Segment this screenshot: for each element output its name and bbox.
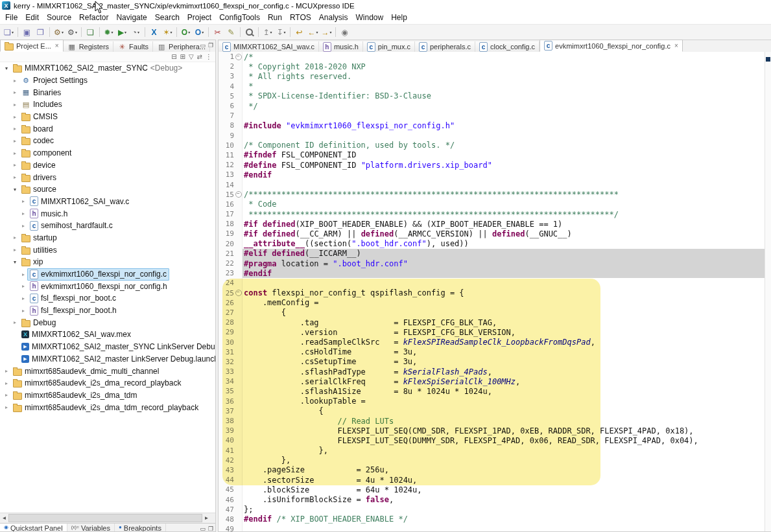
code-line[interactable]: 12#define FSL_COMPONENT_ID "platform.dri…	[219, 160, 765, 170]
tree-item[interactable]: ▸▦Binaries	[0, 86, 215, 98]
run-button[interactable]: ▶	[115, 26, 129, 39]
code-line[interactable]: 14	[219, 179, 765, 189]
tree-item[interactable]: ▸Debug	[0, 316, 215, 329]
tree-item-row[interactable]: utilities	[19, 244, 60, 256]
chevron-right-icon[interactable]: ▸	[11, 138, 19, 144]
back-button[interactable]: ←	[306, 26, 320, 39]
tree-item-row[interactable]: mimxrt685audevk_dmic_multi_channel	[10, 365, 161, 377]
restart-button[interactable]: O	[193, 26, 206, 39]
code-line[interactable]: 25−const flexspi_nor_config_t qspiflash_…	[219, 288, 765, 298]
menu-run[interactable]: Run	[264, 12, 286, 23]
chevron-right-icon[interactable]: ▸	[19, 272, 27, 277]
filter-icon[interactable]: ▽	[189, 53, 194, 60]
bottom-tab-variables[interactable]: (x)=Variables	[67, 524, 115, 531]
menu-window[interactable]: Window	[352, 12, 388, 23]
tree-item-row[interactable]: XMIMXRT1062_SAI_wav.mex	[19, 329, 134, 340]
code-line[interactable]: 42 },	[219, 456, 765, 465]
code-line[interactable]: 47};	[219, 505, 765, 515]
chevron-down-icon[interactable]: ▾	[11, 187, 19, 192]
code-line[interactable]: 6 */	[219, 101, 765, 111]
code-line[interactable]: 40 FLEXSPI_LUT_SEQ(DUMMY_SDR, FLEXSPI_4P…	[219, 435, 765, 445]
code-line[interactable]: 28 .tag = FLEXSPI_CFG_BLK_TAG,	[219, 318, 765, 327]
expand-all-icon[interactable]: ⊞	[180, 53, 185, 60]
chevron-right-icon[interactable]: ▸	[11, 247, 19, 253]
menu-file[interactable]: File	[1, 12, 21, 23]
chevron-down-icon[interactable]: ▾	[3, 65, 10, 71]
chevron-right-icon[interactable]: ▸	[11, 102, 19, 108]
tree-item-row[interactable]: mimxrt685audevk_i2s_dma_tdm_record_playb…	[10, 402, 201, 413]
tree-item[interactable]: ▸hfsl_flexspi_nor_boot.h	[0, 305, 215, 317]
code-line[interactable]: 27 {	[219, 308, 765, 318]
tree-item-row[interactable]: ▶MIMXRT1062_SAI2_master LinkServer Debug…	[19, 353, 215, 365]
code-line[interactable]: 7	[219, 111, 765, 121]
editor-tab-evkmimxrt1060-flexspi-nor-config-c[interactable]: cevkmimxrt1060_flexspi_nor_config.c×	[540, 40, 683, 52]
forward-button[interactable]: →	[320, 26, 333, 39]
chevron-right-icon[interactable]: ▸	[19, 223, 27, 229]
tree-item-row[interactable]: hmusic.h	[27, 207, 70, 220]
chevron-down-icon[interactable]: ▾	[11, 259, 19, 265]
tree-item-row-selected[interactable]: cevkmimxrt1060_flexspi_nor_config.c	[27, 268, 169, 281]
bottom-tab-quickstart-panel[interactable]: ◉Quickstart Panel	[0, 524, 67, 531]
code-line[interactable]: 37 {	[219, 406, 765, 416]
tree-item-row[interactable]: hevkmimxrt1060_flexspi_nor_config.h	[27, 280, 170, 292]
save-all-button[interactable]: ❐	[34, 26, 47, 39]
chevron-right-icon[interactable]: ▸	[3, 392, 10, 398]
scroll-right-icon[interactable]: ►	[202, 513, 211, 523]
chevron-right-icon[interactable]: ▸	[11, 126, 19, 132]
scrollbar-thumb[interactable]	[8, 514, 202, 522]
tree-item-row[interactable]: mimxrt685audevk_i2s_dma_record_playback	[10, 377, 184, 389]
bottom-tab-breakpoints[interactable]: ●Breakpoints	[115, 524, 166, 531]
build-all-button[interactable]: ⚙	[65, 26, 79, 39]
next-annotation-button[interactable]: ↧	[274, 26, 288, 39]
code-line[interactable]: 9	[219, 131, 765, 141]
view-menu-icon[interactable]: ⋮	[206, 53, 212, 60]
new-source-button[interactable]: ❏	[84, 26, 97, 39]
chevron-right-icon[interactable]: ▸	[19, 283, 27, 289]
menu-project[interactable]: Project	[184, 12, 215, 23]
code-line[interactable]: 23#endif	[219, 268, 765, 278]
chevron-right-icon[interactable]: ▸	[19, 308, 27, 314]
scroll-left-icon[interactable]: ◄	[0, 513, 8, 523]
debug-button[interactable]: ✹	[102, 26, 115, 39]
tree-item[interactable]: ▸csemihost_hardfault.c	[0, 220, 215, 232]
code-line[interactable]: 38 // Read LUTs	[219, 416, 765, 426]
tree-item-row[interactable]: component	[19, 147, 74, 159]
code-line[interactable]: 20__attribute__((section(".boot_hdr.conf…	[219, 239, 765, 249]
chevron-right-icon[interactable]: ▸	[11, 162, 19, 168]
code-line[interactable]: 46 .isUniformBlockSize = false,	[219, 494, 765, 504]
tree-item[interactable]: ▶MIMXRT1062_SAI2_master_SYNC LinkServer …	[0, 341, 215, 353]
minimize-icon[interactable]: ▭	[200, 526, 206, 531]
code-line[interactable]: 18#if defined(XIP_BOOT_HEADER_ENABLE) &&…	[219, 219, 765, 229]
editor-tab-pin-mux-c[interactable]: cpin_mux.c	[363, 41, 415, 52]
prev-annotation-button[interactable]: ↥	[261, 26, 274, 39]
panel-tab-registers[interactable]: ▦Registers	[64, 41, 113, 52]
tree-item[interactable]: ▸CMSIS	[0, 111, 215, 123]
code-line[interactable]: 48#endif /* XIP_BOOT_HEADER_ENABLE */	[219, 515, 765, 524]
close-icon[interactable]: ×	[674, 42, 678, 49]
tree-item-row[interactable]: ▶MIMXRT1062_SAI2_master_SYNC LinkServer …	[19, 341, 215, 353]
tree-item-row[interactable]: source	[19, 183, 59, 195]
tree-item[interactable]: ▸mimxrt685audevk_dmic_multi_channel	[0, 365, 215, 377]
tree-item[interactable]: ▸startup	[0, 232, 215, 244]
code-line[interactable]: 49	[219, 524, 765, 531]
tree-item[interactable]: ▸codec	[0, 135, 215, 147]
link-with-editor-icon[interactable]: ⇄	[197, 53, 202, 60]
code-line[interactable]: 21#elif defined(__ICCARM__)	[219, 249, 765, 259]
code-line[interactable]: 45 .blockSize = 64u * 1024u,	[219, 485, 765, 494]
code-line[interactable]: 1−/*	[219, 52, 765, 62]
overview-marker[interactable]	[766, 57, 770, 62]
code-line[interactable]: 30 .readSampleClkSrc = kFlexSPIReadSampl…	[219, 337, 765, 347]
horizontal-scrollbar[interactable]: ◄ ►	[0, 513, 215, 523]
tree-item[interactable]: ▶MIMXRT1062_SAI2_master LinkServer Debug…	[0, 353, 215, 365]
tree-item-row[interactable]: drivers	[19, 172, 59, 183]
code-line[interactable]: 19#if defined(__CC_ARM) || defined(__ARM…	[219, 229, 765, 238]
new-wizard-button[interactable]: ❏	[2, 26, 16, 39]
code-line[interactable]: 24	[219, 278, 765, 288]
search-button[interactable]	[243, 26, 256, 39]
tree-item[interactable]: ▾MIMXRT1062_SAI2_master_SYNC <Debug>	[0, 62, 215, 75]
chevron-right-icon[interactable]: ▸	[19, 295, 27, 301]
tree-item-row[interactable]: CMSIS	[19, 111, 60, 122]
tree-item-row[interactable]: MIMXRT1062_SAI2_master_SYNC <Debug>	[10, 62, 185, 74]
panel-tab-project-e[interactable]: Project E...×	[0, 40, 64, 52]
tree-item-row[interactable]: cfsl_flexspi_nor_boot.c	[27, 292, 119, 305]
